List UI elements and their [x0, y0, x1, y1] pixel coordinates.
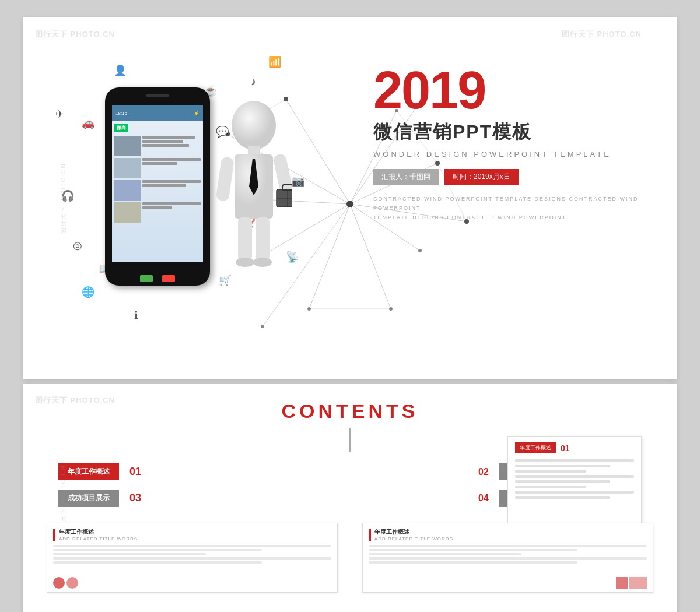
slide-bottom: 图行天下 PHOTO.CN 图行天下 PHOTO.CN CONTENTS 年度工… — [23, 384, 677, 612]
float-icon-globe: 🌐 — [82, 286, 94, 298]
contents-title: CONTENTS — [23, 384, 677, 423]
bottom-row: 年度工作概述 ADD RELATED TITLE WORDS 年 — [23, 523, 677, 593]
mini-content-left — [47, 544, 337, 567]
mini-line — [369, 549, 578, 551]
float-icon-person: 👤 — [114, 64, 127, 77]
mini-title-left: 年度工作概述 — [59, 528, 138, 536]
mini-line — [369, 557, 647, 560]
contents-num-1: 01 — [125, 466, 141, 478]
mini-subtitle-right: ADD RELATED TITLE WORDS — [374, 536, 453, 541]
float-icon-car: 🚗 — [82, 117, 94, 129]
date-tag: 时间：2019x月x日 — [444, 169, 519, 185]
mini-subtitle-left: ADD RELATED TITLE WORDS — [59, 536, 138, 541]
contents-item-1: 年度工作概述 01 — [58, 463, 222, 480]
contents-list-left: 年度工作概述 01 成功项目展示 03 — [58, 463, 222, 516]
contents-num-3: 03 — [125, 492, 141, 504]
phone-illustration: 18:15 ⚡ 微商 — [105, 87, 222, 309]
float-icon-wifi: 📶 — [268, 55, 281, 68]
slide-top: 图行天下 PHOTO.CN 图行天下 PHOTO.CN 图行天下 PHOTO.C… — [23, 17, 677, 379]
preview-line — [515, 496, 610, 499]
figure-3d — [216, 93, 292, 315]
mini-line — [53, 553, 206, 555]
svg-point-30 — [232, 101, 276, 150]
svg-point-29 — [346, 201, 354, 207]
mini-red-bar-right — [369, 529, 371, 541]
svg-line-6 — [309, 204, 350, 309]
svg-point-25 — [261, 325, 264, 328]
mini-title-right: 年度工作概述 — [374, 528, 453, 536]
svg-point-23 — [307, 307, 311, 311]
mini-line — [369, 561, 578, 564]
svg-rect-34 — [216, 156, 235, 201]
year-text: 2019 — [373, 64, 653, 117]
preview-line — [515, 470, 586, 473]
svg-point-24 — [418, 249, 422, 252]
mini-red-bar-left — [53, 529, 55, 541]
svg-rect-40 — [238, 217, 252, 261]
info-row: 汇报人：千图网 时间：2019x月x日 — [373, 169, 653, 185]
right-num-4: 04 — [478, 493, 491, 504]
mini-line — [369, 553, 522, 555]
description-text: CONTRACTED WIND POWERPOINT TEMPLATE DESI… — [373, 194, 653, 223]
float-icon-camera: 📷 — [292, 175, 304, 188]
preview-line — [515, 491, 634, 494]
mini-line — [53, 561, 262, 564]
mini-content-right — [363, 544, 653, 567]
svg-rect-41 — [256, 217, 270, 261]
phone-body: 18:15 ⚡ 微商 — [105, 87, 210, 286]
preview-line — [515, 480, 610, 483]
figure-svg — [216, 93, 292, 315]
preview-line — [515, 465, 610, 467]
main-title-en: WONDER DESIGN POWERPOINT TEMPLATE — [373, 150, 653, 159]
float-icon-plane: ✈ — [55, 108, 64, 121]
float-icon-headphones: 🎧 — [61, 189, 74, 202]
right-num-2: 02 — [478, 467, 491, 477]
mini-header-left: 年度工作概述 ADD RELATED TITLE WORDS — [47, 523, 337, 544]
slide-mini-right: 年度工作概述 ADD RELATED TITLE WORDS — [362, 523, 653, 593]
mini-header-right: 年度工作概述 ADD RELATED TITLE WORDS — [363, 523, 653, 544]
phone-screen-content: 微商 — [112, 121, 203, 227]
mini-line — [53, 549, 262, 551]
preview-num: 01 — [561, 444, 570, 453]
contents-divider — [349, 428, 351, 452]
float-icon-info: ℹ — [134, 309, 138, 322]
slide-preview-right: 年度工作概述 01 — [508, 436, 642, 529]
phone-screen-header: 18:15 ⚡ — [112, 105, 203, 121]
preview-tag: 年度工作概述 — [515, 442, 556, 453]
reporter-tag: 汇报人：千图网 — [373, 169, 439, 185]
mini-line — [369, 545, 647, 547]
preview-lines — [508, 457, 641, 504]
mini-line — [53, 557, 331, 560]
float-icon-music: ♪ — [251, 76, 256, 88]
preview-line — [515, 475, 634, 478]
preview-line — [515, 459, 634, 462]
preview-header: 年度工作概述 01 — [508, 437, 641, 457]
svg-line-3 — [286, 99, 350, 204]
slide-mini-left: 年度工作概述 ADD RELATED TITLE WORDS — [47, 523, 338, 593]
preview-line — [515, 486, 586, 488]
mini-line — [53, 545, 331, 547]
svg-point-26 — [389, 307, 393, 311]
svg-point-43 — [253, 258, 272, 267]
float-icon-circle: ◎ — [73, 239, 82, 252]
contents-item-3: 成功项目展示 03 — [58, 490, 222, 507]
main-title-cn: 微信营销PPT模板 — [373, 119, 653, 145]
svg-point-42 — [236, 258, 254, 267]
phone-screen: 18:15 ⚡ 微商 — [112, 105, 203, 262]
right-section: 2019 微信营销PPT模板 WONDER DESIGN POWERPOINT … — [373, 64, 653, 223]
